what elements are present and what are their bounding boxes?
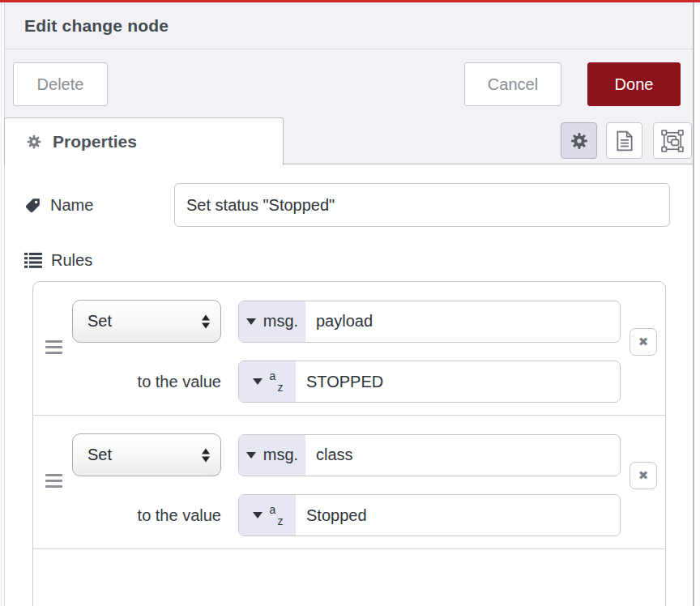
rule-2-property-input[interactable]: [305, 435, 620, 476]
rule-1-value-row: to the value a z: [72, 361, 665, 403]
rule-1-property-input[interactable]: [305, 301, 620, 342]
description-view-button[interactable]: [606, 122, 642, 159]
dialog-title: Edit change node: [24, 16, 169, 36]
spinner-arrows-icon: [202, 314, 210, 328]
list-icon: [24, 252, 42, 268]
rule-2-value-type-button[interactable]: a z: [239, 495, 296, 536]
properties-view-button[interactable]: [561, 122, 597, 159]
rule-1-value-field: a z: [238, 361, 621, 403]
rule-1-remove-button[interactable]: ✖: [630, 328, 657, 356]
rule-1-property-field: msg.: [238, 301, 621, 343]
appearance-view-button[interactable]: [653, 122, 692, 159]
editor-tab-bar: Properties: [5, 116, 693, 164]
delete-button[interactable]: Delete: [13, 62, 108, 106]
name-field-label-row: Name: [24, 183, 93, 227]
close-icon: ✖: [638, 335, 649, 349]
rule-2-remove-button[interactable]: ✖: [630, 462, 657, 489]
rule-2-property-type-button[interactable]: msg.: [239, 435, 305, 476]
rule-1-property-prefix: msg.: [263, 312, 298, 331]
rule-1-property-type-button[interactable]: msg.: [239, 301, 305, 342]
gear-icon: [570, 131, 589, 151]
spinner-arrows-icon: [202, 448, 210, 462]
rules-section-label-text: Rules: [51, 251, 92, 270]
rule-1-value-input[interactable]: [296, 361, 620, 402]
document-icon: [615, 130, 634, 152]
string-type-icon: a z: [270, 504, 283, 527]
rules-section-label: Rules: [24, 251, 92, 270]
panel-left-edge-line: [1, 2, 2, 606]
rule-item-1: Set msg.: [33, 282, 665, 416]
name-field-label: Name: [24, 196, 93, 215]
rule-2-action-value: Set: [88, 446, 112, 464]
drag-handle[interactable]: [45, 340, 62, 357]
tag-icon: [24, 197, 41, 214]
rule-2-property-field: msg.: [238, 434, 621, 476]
workspace-top-red-strip: [0, 0, 700, 2]
caret-down-icon: [246, 318, 256, 325]
rule-1-value-type-button[interactable]: a z: [239, 361, 296, 402]
rule-2-action-select[interactable]: Set: [72, 433, 221, 476]
rules-section-label-row: Rules: [24, 245, 92, 275]
rule-2-property-prefix: msg.: [263, 446, 298, 464]
rule-2-value-input[interactable]: [296, 495, 620, 536]
dialog-button-bar: Delete Cancel Done: [5, 49, 693, 116]
rule-1-to-label: to the value: [138, 373, 221, 391]
rule-1-action-row: Set msg.: [72, 300, 665, 343]
name-input[interactable]: [174, 183, 670, 227]
rule-1-action-select[interactable]: Set: [72, 300, 221, 343]
rules-list: Set msg.: [32, 281, 666, 606]
rule-2-action-row: Set msg.: [72, 433, 665, 476]
group-selection-icon: [661, 130, 684, 152]
gear-icon: [26, 134, 42, 150]
caret-down-icon: [253, 512, 262, 519]
tab-properties-label: Properties: [53, 132, 137, 152]
edit-change-node-dialog: Edit change node Delete Cancel Done: [5, 2, 693, 606]
rule-2-value-row: to the value a z: [72, 494, 665, 536]
cancel-button[interactable]: Cancel: [464, 62, 561, 106]
caret-down-icon: [246, 452, 256, 459]
dialog-header: Edit change node: [5, 2, 693, 49]
drag-handle[interactable]: [45, 474, 62, 491]
caret-down-icon: [253, 378, 262, 385]
rule-2-value-field: a z: [238, 494, 621, 536]
name-field-label-text: Name: [50, 196, 93, 215]
string-type-icon: a z: [270, 370, 283, 393]
properties-form: Name Rules: [5, 166, 693, 606]
tab-properties[interactable]: Properties: [4, 117, 284, 165]
panel-right-edge-line: [693, 2, 694, 606]
close-icon: ✖: [638, 468, 649, 483]
done-button[interactable]: Done: [587, 62, 681, 106]
rule-2-to-label: to the value: [138, 506, 221, 525]
rule-1-action-value: Set: [88, 312, 112, 331]
rule-item-2: Set msg.: [33, 416, 665, 549]
